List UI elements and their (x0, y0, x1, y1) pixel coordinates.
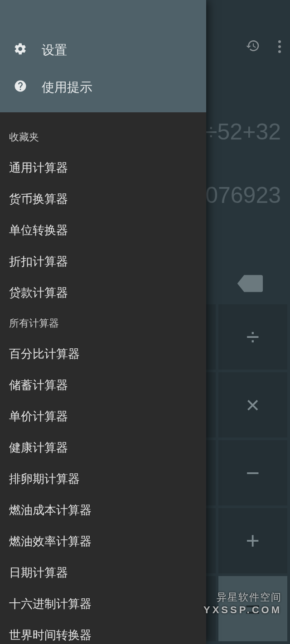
drawer-item[interactable]: 排卵期计算器 (9, 463, 197, 495)
drawer-item[interactable]: 贷款计算器 (9, 277, 197, 308)
drawer-item[interactable]: 燃油效率计算器 (9, 526, 197, 557)
drawer-item[interactable]: 货币换算器 (9, 183, 197, 215)
drawer-item[interactable]: 燃油成本计算器 (9, 495, 197, 526)
drawer-item[interactable]: 健康计算器 (9, 432, 197, 463)
drawer-help-label: 使用提示 (42, 79, 92, 96)
section-favorites: 收藏夹 (9, 122, 197, 152)
drawer-item[interactable]: 世界时间转换器 (9, 620, 197, 644)
drawer-item[interactable]: 日期计算器 (9, 557, 197, 588)
section-all: 所有计算器 (9, 308, 197, 338)
drawer-item[interactable]: 折扣计算器 (9, 246, 197, 277)
drawer-item[interactable]: 百分比计算器 (9, 338, 197, 370)
gear-icon (14, 42, 27, 59)
drawer-item[interactable]: 储蓄计算器 (9, 370, 197, 401)
drawer-help[interactable]: 使用提示 (0, 69, 206, 106)
drawer-settings[interactable]: 设置 (0, 32, 206, 69)
drawer-settings-label: 设置 (42, 42, 67, 59)
drawer-item[interactable]: 十六进制计算器 (9, 588, 197, 620)
drawer-item[interactable]: 通用计算器 (9, 152, 197, 183)
drawer-item[interactable]: 单价计算器 (9, 401, 197, 432)
help-icon (14, 79, 27, 96)
navigation-drawer: 设置 使用提示 收藏夹 通用计算器 货币换算器 单位转换器 折扣计算器 贷款计算… (0, 0, 206, 644)
drawer-item[interactable]: 单位转换器 (9, 215, 197, 246)
